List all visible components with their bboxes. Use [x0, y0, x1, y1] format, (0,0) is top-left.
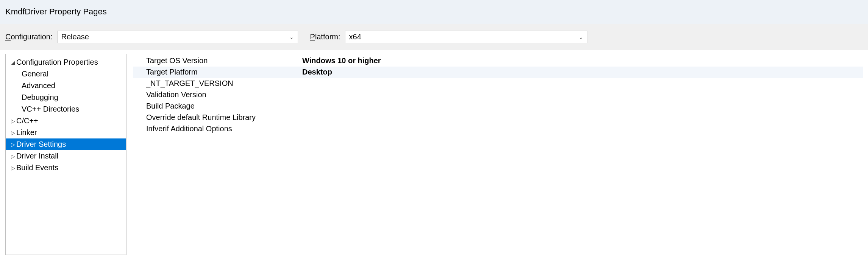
- tree-root-configuration-properties[interactable]: ◢ Configuration Properties: [6, 56, 126, 68]
- prop-row-build-package[interactable]: Build Package: [133, 101, 863, 112]
- tree-item-general[interactable]: General: [6, 68, 126, 80]
- tree-item-label: General: [22, 70, 48, 78]
- tree-item-label: C/C++: [16, 117, 38, 125]
- prop-name: Override default Runtime Library: [133, 113, 302, 122]
- tree-item-debugging[interactable]: Debugging: [6, 92, 126, 103]
- tree-item-label: Advanced: [22, 81, 55, 90]
- caret-right-icon: ▷: [11, 153, 16, 159]
- prop-value: Desktop: [302, 68, 863, 76]
- property-grid: Target OS Version Windows 10 or higher T…: [133, 54, 863, 255]
- chevron-down-icon: ⌄: [579, 34, 583, 40]
- tree-item-build-events[interactable]: ▷ Build Events: [6, 162, 126, 174]
- tree-item-vcpp-directories[interactable]: VC++ Directories: [6, 103, 126, 115]
- tree-item-linker[interactable]: ▷ Linker: [6, 127, 126, 138]
- tree-item-label: Driver Settings: [16, 140, 66, 149]
- tree-item-label: Build Events: [16, 163, 58, 172]
- config-platform-row: Configuration: Release ⌄ Platform: x64 ⌄: [0, 24, 868, 50]
- platform-value: x64: [349, 33, 361, 41]
- prop-row-target-os-version[interactable]: Target OS Version Windows 10 or higher: [133, 55, 863, 67]
- caret-down-icon: ◢: [11, 59, 16, 65]
- tree-root-label: Configuration Properties: [16, 58, 98, 67]
- configuration-label: Configuration:: [5, 33, 53, 41]
- prop-row-validation-version[interactable]: Validation Version: [133, 89, 863, 101]
- prop-name: Validation Version: [133, 90, 302, 99]
- category-tree[interactable]: ◢ Configuration Properties General Advan…: [5, 54, 126, 255]
- platform-label: Platform:: [310, 33, 340, 41]
- caret-right-icon: ▷: [11, 165, 16, 171]
- prop-name: Infverif Additional Options: [133, 124, 302, 133]
- tree-item-label: VC++ Directories: [22, 105, 79, 113]
- main-area: ◢ Configuration Properties General Advan…: [0, 50, 868, 255]
- prop-name: Build Package: [133, 102, 302, 110]
- tree-item-label: Driver Install: [16, 152, 58, 160]
- prop-value: Windows 10 or higher: [302, 56, 863, 65]
- configuration-value: Release: [61, 33, 89, 41]
- tree-item-ccpp[interactable]: ▷ C/C++: [6, 115, 126, 127]
- configuration-dropdown[interactable]: Release ⌄: [57, 31, 298, 43]
- window-title: KmdfDriver Property Pages: [0, 0, 868, 24]
- caret-right-icon: ▷: [11, 118, 16, 124]
- prop-row-nt-target-version[interactable]: _NT_TARGET_VERSION: [133, 78, 863, 89]
- tree-item-driver-settings[interactable]: ▷ Driver Settings: [6, 138, 126, 150]
- caret-right-icon: ▷: [11, 130, 16, 136]
- tree-item-label: Debugging: [22, 93, 58, 102]
- tree-item-label: Linker: [16, 128, 37, 137]
- prop-row-override-runtime-library[interactable]: Override default Runtime Library: [133, 112, 863, 123]
- tree-item-driver-install[interactable]: ▷ Driver Install: [6, 150, 126, 162]
- prop-name: _NT_TARGET_VERSION: [133, 79, 302, 88]
- prop-name: Target OS Version: [133, 56, 302, 65]
- tree-item-advanced[interactable]: Advanced: [6, 80, 126, 92]
- prop-row-infverif-options[interactable]: Infverif Additional Options: [133, 123, 863, 135]
- chevron-down-icon: ⌄: [289, 34, 294, 40]
- platform-dropdown[interactable]: x64 ⌄: [345, 31, 587, 43]
- caret-right-icon: ▷: [11, 141, 16, 148]
- prop-row-target-platform[interactable]: Target Platform Desktop: [133, 67, 863, 78]
- prop-name: Target Platform: [133, 68, 302, 76]
